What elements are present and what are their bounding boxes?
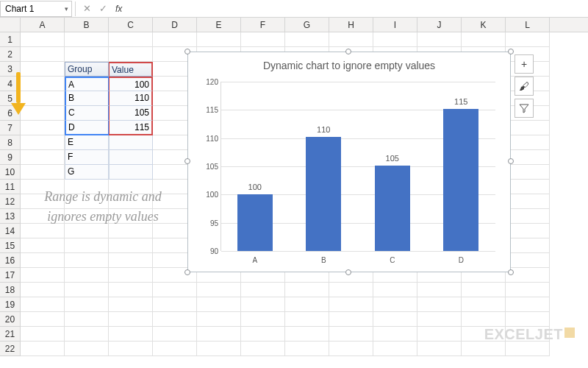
cell[interactable]: D xyxy=(65,121,109,135)
cell[interactable] xyxy=(373,32,417,47)
row-header[interactable]: 7 xyxy=(0,121,21,135)
cell[interactable] xyxy=(109,297,153,312)
cell[interactable] xyxy=(462,283,506,297)
cell[interactable] xyxy=(109,165,153,180)
cell[interactable] xyxy=(21,77,65,91)
column-header[interactable]: G xyxy=(285,18,329,32)
cell[interactable] xyxy=(373,327,417,342)
cell[interactable] xyxy=(65,283,109,297)
row-header[interactable]: 22 xyxy=(0,342,21,356)
row-header[interactable]: 2 xyxy=(0,47,21,62)
cell[interactable] xyxy=(21,327,65,342)
resize-handle[interactable] xyxy=(345,269,351,275)
cell[interactable] xyxy=(373,312,417,327)
row-header[interactable]: 14 xyxy=(0,224,21,238)
confirm-button[interactable]: ✓ xyxy=(95,1,111,17)
cell[interactable] xyxy=(109,342,153,356)
cell[interactable] xyxy=(417,283,462,297)
cell[interactable] xyxy=(506,135,550,150)
cell[interactable] xyxy=(285,297,329,312)
cell[interactable] xyxy=(241,283,285,297)
chart-elements-button[interactable]: + xyxy=(514,54,534,74)
cell[interactable] xyxy=(21,253,65,268)
resize-handle[interactable] xyxy=(345,49,351,54)
cell[interactable] xyxy=(241,32,285,47)
formula-input[interactable] xyxy=(126,1,588,17)
cell[interactable] xyxy=(197,32,241,47)
cell[interactable] xyxy=(241,297,285,312)
cell[interactable] xyxy=(373,342,417,356)
cell[interactable] xyxy=(373,283,417,297)
bar[interactable]: 100 xyxy=(233,183,277,251)
cell[interactable] xyxy=(462,312,506,327)
chart-title[interactable]: Dynamic chart to ignore empty values xyxy=(188,52,510,76)
cell[interactable] xyxy=(153,327,197,342)
cancel-button[interactable]: ✕ xyxy=(79,1,95,17)
resize-handle[interactable] xyxy=(508,269,514,275)
cell[interactable]: 105 xyxy=(109,106,153,121)
cell[interactable]: E xyxy=(65,135,109,150)
fx-button[interactable]: fx xyxy=(111,4,126,14)
cell[interactable] xyxy=(329,327,373,342)
cell[interactable] xyxy=(506,165,550,180)
cell[interactable] xyxy=(329,312,373,327)
cell[interactable] xyxy=(21,165,65,180)
cell[interactable] xyxy=(65,238,109,253)
row-header[interactable]: 8 xyxy=(0,135,21,150)
bar[interactable]: 110 xyxy=(301,125,345,251)
cell[interactable] xyxy=(506,342,550,356)
cell[interactable] xyxy=(241,342,285,356)
plot-area[interactable]: 9095100105110115120 100110105115 xyxy=(220,82,495,251)
cell[interactable]: Group xyxy=(65,62,109,77)
chart-styles-button[interactable]: 🖌 xyxy=(514,77,534,96)
cell[interactable] xyxy=(506,283,550,297)
cell[interactable]: F xyxy=(65,150,109,165)
cell[interactable] xyxy=(462,297,506,312)
cell[interactable] xyxy=(21,62,65,77)
cell[interactable]: B xyxy=(65,91,109,106)
cell[interactable] xyxy=(197,342,241,356)
cell[interactable] xyxy=(506,121,550,135)
cell[interactable] xyxy=(197,283,241,297)
cell[interactable] xyxy=(197,312,241,327)
cell[interactable] xyxy=(65,327,109,342)
cell[interactable] xyxy=(65,47,109,62)
cell[interactable] xyxy=(109,268,153,283)
cell[interactable] xyxy=(506,253,550,268)
column-header[interactable]: E xyxy=(197,18,241,32)
cell[interactable] xyxy=(153,312,197,327)
cell[interactable] xyxy=(506,180,550,194)
cell[interactable] xyxy=(109,150,153,165)
row-header[interactable]: 18 xyxy=(0,283,21,297)
cell[interactable] xyxy=(506,312,550,327)
cell[interactable]: 110 xyxy=(109,91,153,106)
cell[interactable] xyxy=(109,253,153,268)
cell[interactable] xyxy=(329,297,373,312)
cell[interactable] xyxy=(21,32,65,47)
bar[interactable]: 105 xyxy=(370,154,415,251)
cell[interactable] xyxy=(506,224,550,238)
cell[interactable] xyxy=(109,312,153,327)
cell[interactable] xyxy=(109,47,153,62)
cell[interactable] xyxy=(241,312,285,327)
cell[interactable] xyxy=(329,283,373,297)
column-header[interactable]: K xyxy=(462,18,506,32)
cell[interactable] xyxy=(21,47,65,62)
cell[interactable] xyxy=(417,342,462,356)
cell[interactable] xyxy=(21,283,65,297)
cell[interactable]: 100 xyxy=(109,77,153,91)
cell[interactable] xyxy=(21,150,65,165)
column-header[interactable]: F xyxy=(241,18,285,32)
cell[interactable] xyxy=(109,135,153,150)
chart-filter-button[interactable] xyxy=(514,99,534,118)
cell[interactable] xyxy=(285,283,329,297)
cell[interactable] xyxy=(417,32,462,47)
cell[interactable] xyxy=(21,135,65,150)
cell[interactable] xyxy=(153,297,197,312)
row-header[interactable]: 11 xyxy=(0,180,21,194)
cell[interactable] xyxy=(21,312,65,327)
cell[interactable] xyxy=(65,253,109,268)
cell[interactable] xyxy=(506,297,550,312)
cell[interactable] xyxy=(65,312,109,327)
cell[interactable] xyxy=(506,238,550,253)
